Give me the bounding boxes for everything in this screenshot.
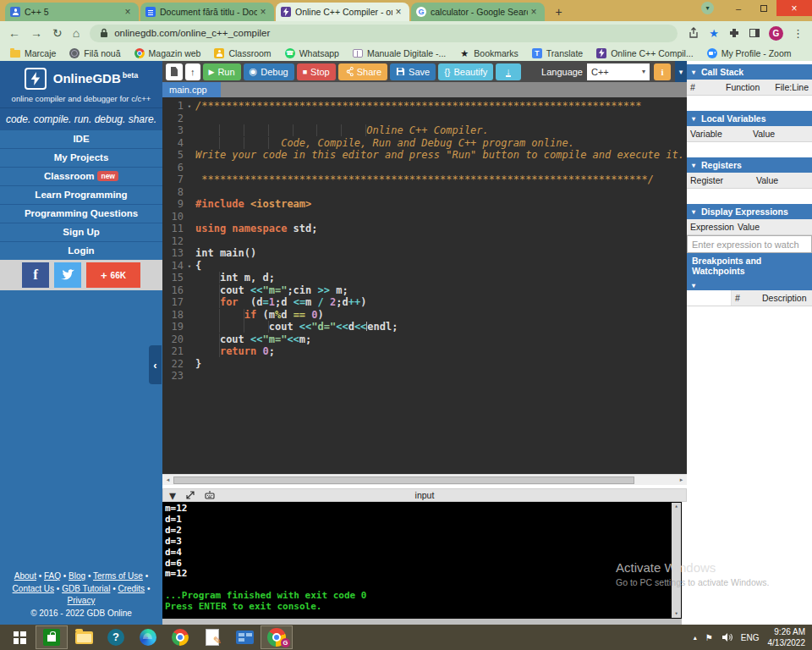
display-expressions-header[interactable]: ▾Display Expressions — [687, 204, 812, 219]
editor-code[interactable]: /***************************************… — [191, 97, 687, 474]
bookmark-item[interactable]: My Profile - Zoom — [707, 48, 792, 58]
stop-button[interactable]: ■Stop — [297, 63, 336, 80]
tab-search-icon[interactable]: ▾ — [701, 2, 714, 14]
save-button[interactable]: Save — [390, 63, 436, 80]
notes-taskbar-icon[interactable] — [196, 625, 228, 649]
info-button[interactable]: i — [654, 63, 671, 80]
bookmark-item[interactable]: Manuale Digitale -... — [353, 48, 446, 58]
display-taskbar-icon[interactable] — [228, 625, 261, 649]
sidebar-item-login[interactable]: Login — [0, 241, 162, 260]
footer-link[interactable]: Contact Us — [13, 584, 54, 593]
new-tab-button[interactable]: + — [551, 4, 566, 19]
registers-header[interactable]: ▾Registers — [687, 157, 812, 173]
share-page-icon[interactable] — [688, 27, 700, 39]
help-taskbar-icon[interactable]: ? — [100, 625, 132, 649]
store-taskbar-icon[interactable] — [36, 625, 68, 649]
browser-tab[interactable]: calculator - Google Search× — [411, 3, 545, 21]
download-button[interactable]: ↓ — [496, 63, 521, 80]
tab-close-icon[interactable]: × — [392, 6, 404, 18]
beautify-button[interactable]: {}Beautify — [438, 63, 493, 80]
footer-link[interactable]: Privacy — [68, 596, 96, 605]
tab-close-icon[interactable]: × — [528, 6, 540, 18]
bookmark-item[interactable]: Filă nouă — [69, 48, 120, 58]
horizontal-scrollbar[interactable]: ◂ ▸ — [162, 474, 687, 485]
bookmark-item[interactable]: Classroom — [214, 48, 271, 58]
code-line: return 0; — [195, 345, 687, 358]
scrollbar-thumb[interactable] — [173, 476, 634, 484]
bookmark-star-icon[interactable]: ★ — [709, 27, 719, 40]
fold-icon[interactable]: ▾ — [188, 101, 191, 113]
input-language[interactable]: ENG — [741, 633, 760, 642]
sidebar-item-ide[interactable]: IDE — [0, 129, 162, 148]
watch-expression-input[interactable] — [687, 235, 812, 253]
tab-close-icon[interactable]: × — [257, 6, 269, 18]
footer-link[interactable]: Blog — [69, 571, 85, 581]
url-field[interactable]: onlinegdb.com/online_c++_compiler — [90, 25, 678, 42]
reload-icon[interactable]: ↻ — [52, 27, 63, 39]
footer-link[interactable]: GDB Tutorial — [62, 584, 110, 593]
minimize-button[interactable]: – — [726, 0, 751, 16]
sidebar-collapse-button[interactable]: ‹ — [149, 345, 162, 384]
sidebar-item-learn-programming[interactable]: Learn Programming — [0, 185, 162, 204]
bookmark-item[interactable]: Whatsapp — [285, 48, 339, 58]
back-icon[interactable]: ← — [8, 27, 20, 39]
fold-icon[interactable]: ▾ — [188, 261, 191, 273]
volume-icon[interactable] — [721, 632, 732, 642]
explorer-taskbar-icon[interactable] — [68, 625, 100, 649]
run-button[interactable]: ▶Run — [203, 63, 241, 80]
tray-chevron-up-icon[interactable]: ▴ — [694, 634, 697, 642]
scroll-right-icon[interactable]: ▸ — [676, 476, 687, 483]
tab-close-icon[interactable]: × — [122, 6, 134, 18]
scroll-left-icon[interactable]: ◂ — [162, 476, 173, 483]
scroll-down-icon[interactable]: ▾ — [674, 610, 678, 618]
share-button[interactable]: Share — [338, 63, 387, 80]
footer-link[interactable]: About — [14, 571, 36, 581]
bookmark-item[interactable]: Magazin web — [134, 48, 201, 58]
browser-tab[interactable]: Online C++ Compiler - online ed× — [276, 3, 409, 21]
console-output[interactable]: m=12d=1d=2d=3d=4d=6m=12...Program finish… — [162, 502, 682, 619]
debug-button[interactable]: ◉Debug — [244, 63, 294, 80]
footer-link[interactable]: Terms of Use — [93, 571, 143, 581]
sidebar-item-my-projects[interactable]: My Projects — [0, 148, 162, 167]
close-window-button[interactable]: × — [776, 0, 812, 16]
call-stack-header[interactable]: ▾Call Stack — [687, 64, 812, 80]
side-panel-icon[interactable] — [749, 29, 760, 37]
addthis-share-button[interactable]: + 66K — [86, 262, 140, 288]
sidebar-item-sign-up[interactable]: Sign Up — [0, 223, 162, 241]
browser-tab[interactable]: Document fără titlu - Documente× — [140, 3, 274, 21]
file-tab-main-cpp[interactable]: main.cpp — [162, 82, 221, 97]
bookmark-item[interactable]: Marcaje — [10, 48, 56, 58]
network-icon[interactable]: ⚑ — [705, 633, 713, 642]
console-scrollbar[interactable]: ▴ ▾ — [672, 503, 681, 618]
browser-tab[interactable]: C++ 5× — [5, 3, 139, 21]
edge-taskbar-icon[interactable] — [132, 625, 164, 649]
forward-icon[interactable]: → — [30, 27, 42, 39]
local-variables-header[interactable]: ▾Local Variables — [687, 111, 812, 126]
chrome-taskbar-icon[interactable] — [164, 625, 196, 649]
sidebar-item-classroom[interactable]: Classroomnew — [0, 167, 162, 185]
upload-button[interactable]: ↑ — [185, 63, 200, 80]
start-button[interactable] — [3, 625, 36, 649]
debug-panel-toggle[interactable]: ▾ — [675, 61, 687, 82]
bookmark-item[interactable]: Translate — [532, 48, 583, 58]
new-file-button[interactable] — [166, 63, 183, 80]
language-select[interactable]: C++ ▾ — [587, 63, 650, 80]
chrome-window-taskbar-icon[interactable]: G — [261, 625, 293, 649]
clock[interactable]: 9:26 AM 4/13/2022 — [768, 626, 806, 648]
bookmark-item[interactable]: Online C++ Compil... — [596, 48, 693, 58]
footer-link[interactable]: FAQ — [44, 571, 61, 581]
bookmark-item[interactable]: Bookmarks — [459, 48, 518, 58]
scroll-up-icon[interactable]: ▴ — [674, 503, 678, 510]
breakpoints-header[interactable]: Breakpoints and Watchpoints▾ — [687, 253, 812, 290]
registers-section: ▾Registers RegisterValue — [687, 157, 812, 195]
twitter-button[interactable] — [54, 262, 81, 288]
extensions-icon[interactable] — [728, 27, 740, 39]
profile-avatar[interactable]: G — [769, 26, 783, 41]
facebook-button[interactable]: f — [22, 262, 49, 288]
footer-link[interactable]: Credits — [118, 584, 145, 593]
code-editor[interactable]: 1▾234567891011121314▾151617181920212223 … — [162, 97, 687, 474]
sidebar-item-programming-questions[interactable]: Programming Questions — [0, 204, 162, 223]
home-icon[interactable]: ⌂ — [73, 27, 80, 39]
browser-menu-icon[interactable]: ⋮ — [793, 27, 804, 40]
maximize-button[interactable] — [751, 0, 776, 16]
